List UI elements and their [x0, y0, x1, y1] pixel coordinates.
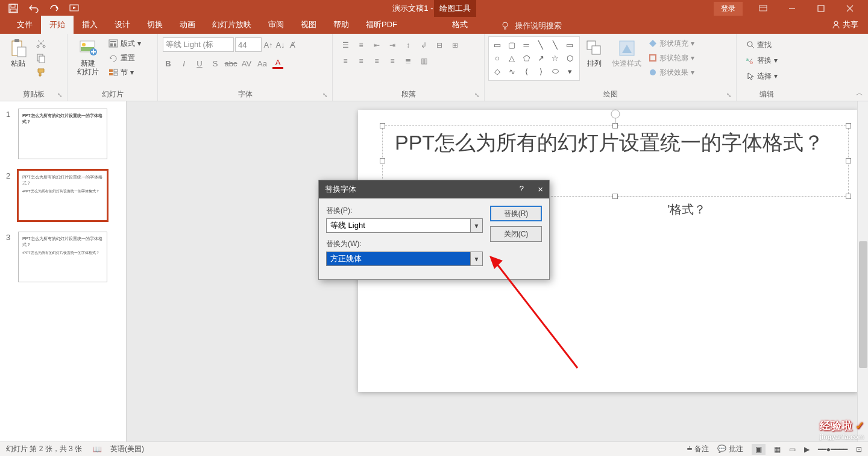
- replace-button[interactable]: ab替换 ▾: [745, 54, 779, 66]
- italic-button[interactable]: I: [178, 58, 189, 69]
- align-text-button[interactable]: ⊟: [433, 39, 446, 52]
- paste-button[interactable]: 粘贴: [4, 36, 33, 70]
- select-button[interactable]: 选择 ▾: [745, 70, 779, 82]
- maximize-icon[interactable]: [807, 0, 835, 17]
- thumb-2[interactable]: 2 PPT怎么为所有的幻灯片设置统一的字体格式？•PPT怎么为所有的幻灯片设置统…: [6, 170, 120, 221]
- rotate-handle-icon[interactable]: [611, 109, 620, 124]
- normal-view-icon[interactable]: ▣: [752, 444, 766, 455]
- close-button[interactable]: 关闭(C): [490, 226, 542, 242]
- tab-file[interactable]: 文件: [8, 16, 41, 34]
- svg-rect-2: [10, 9, 16, 12]
- dialog-titlebar[interactable]: 替换字体 ? ×: [319, 180, 549, 198]
- shadow-button[interactable]: S: [210, 58, 221, 69]
- justify-button[interactable]: ≡: [386, 54, 399, 68]
- increase-indent-button[interactable]: ⇥: [386, 39, 399, 52]
- reading-view-icon[interactable]: ▭: [789, 445, 796, 454]
- convert-smartart-button[interactable]: ⊞: [448, 39, 462, 52]
- clipboard-dialog-launcher[interactable]: ⤡: [57, 92, 62, 98]
- thumb-3[interactable]: 3 PPT怎么为所有的幻灯片设置统一的字体格式？•PPT怎么为所有的幻灯片设置统…: [6, 232, 120, 282]
- shrink-font-icon[interactable]: A↓: [275, 39, 286, 50]
- layout-button[interactable]: 版式 ▾: [107, 37, 142, 49]
- decrease-indent-button[interactable]: ⇤: [370, 39, 383, 52]
- align-left-button[interactable]: ≡: [339, 54, 352, 68]
- notes-button[interactable]: ≐ 备注: [687, 444, 709, 454]
- quick-styles-button[interactable]: 快速样式: [609, 36, 645, 70]
- font-size-combo[interactable]: 44: [235, 37, 262, 52]
- minimize-icon[interactable]: [778, 0, 807, 17]
- clear-format-icon[interactable]: A̸: [287, 39, 298, 50]
- font-name-combo[interactable]: 等线 Light (标: [163, 37, 234, 52]
- font-dialog-launcher[interactable]: ⤡: [322, 92, 327, 98]
- vertical-scrollbar[interactable]: [857, 101, 868, 442]
- close-icon[interactable]: [835, 0, 864, 17]
- copy-button[interactable]: [35, 52, 47, 64]
- undo-icon[interactable]: [27, 1, 41, 16]
- align-center-button[interactable]: ≡: [354, 54, 368, 68]
- section-button[interactable]: 节 ▾: [107, 66, 142, 78]
- login-button[interactable]: 登录: [714, 2, 743, 16]
- tab-home[interactable]: 开始: [41, 16, 74, 34]
- tell-me-search[interactable]: 操作说明搜索: [500, 21, 562, 31]
- align-right-button[interactable]: ≡: [370, 54, 383, 68]
- replace-button[interactable]: 替换(R): [490, 206, 542, 221]
- find-button[interactable]: 查找: [745, 39, 779, 51]
- change-case-button[interactable]: Aa: [257, 58, 268, 69]
- cut-button[interactable]: [35, 37, 47, 49]
- zoom-slider[interactable]: ━━●━━━━: [818, 445, 848, 454]
- para-dialog-launcher[interactable]: ⤡: [474, 92, 479, 98]
- line-spacing-button[interactable]: ↕: [401, 39, 415, 52]
- ribbon-options-icon[interactable]: [749, 0, 778, 17]
- dialog-help-icon[interactable]: ?: [520, 184, 524, 193]
- reset-button[interactable]: 重置: [107, 52, 142, 64]
- arrange-button[interactable]: 排列: [580, 36, 609, 70]
- grow-font-icon[interactable]: A↑: [263, 39, 274, 50]
- language-status[interactable]: 英语(美国): [110, 444, 144, 454]
- tab-format[interactable]: 格式: [444, 16, 476, 34]
- bullets-button[interactable]: ☰: [339, 39, 352, 52]
- tab-animations[interactable]: 动画: [171, 16, 204, 34]
- comments-button[interactable]: 💬 批注: [717, 444, 743, 454]
- spellcheck-icon[interactable]: 📖: [93, 445, 102, 454]
- format-painter-button[interactable]: [35, 66, 47, 78]
- redo-icon[interactable]: [47, 1, 61, 16]
- shapes-gallery[interactable]: ▭▢═╲╲▭ ○△⬠↗☆⬡ ◇∿⟨⟩⬭▾: [488, 36, 580, 81]
- slideshow-view-icon[interactable]: ▶: [804, 445, 810, 454]
- new-slide-button[interactable]: 新建 幻灯片: [71, 36, 105, 78]
- shape-fill-button[interactable]: 形状填充 ▾: [647, 37, 696, 49]
- tab-transitions[interactable]: 切换: [139, 16, 171, 34]
- tab-view[interactable]: 视图: [292, 16, 325, 34]
- chevron-down-icon[interactable]: ▼: [470, 219, 482, 232]
- numbering-button[interactable]: ≡: [354, 39, 368, 52]
- fit-window-icon[interactable]: ⊡: [856, 445, 862, 454]
- underline-button[interactable]: U: [194, 58, 205, 69]
- distribute-button[interactable]: ≣: [401, 54, 415, 68]
- tab-design[interactable]: 设计: [106, 16, 139, 34]
- save-icon[interactable]: [6, 1, 20, 16]
- shape-outline-button[interactable]: 形状轮廓 ▾: [647, 52, 696, 64]
- collapse-ribbon-icon[interactable]: ︿: [856, 88, 863, 98]
- draw-dialog-launcher[interactable]: ⤡: [726, 92, 731, 98]
- share-button[interactable]: 共享: [832, 19, 858, 30]
- dialog-close-icon[interactable]: ×: [538, 184, 543, 194]
- slideshow-icon[interactable]: [68, 1, 82, 16]
- chevron-down-icon[interactable]: ▼: [470, 252, 482, 265]
- replace-font-combo[interactable]: ▼: [326, 218, 483, 233]
- bold-button[interactable]: B: [163, 58, 174, 69]
- tab-review[interactable]: 审阅: [260, 16, 292, 34]
- svg-rect-1: [11, 4, 15, 7]
- tab-foxit[interactable]: 福昕PDF: [357, 16, 406, 34]
- columns-button[interactable]: ▥: [417, 54, 430, 68]
- thumb-1[interactable]: 1 PPT怎么为所有的幻灯片设置统一的字体格式？: [6, 109, 120, 159]
- tab-slideshow[interactable]: 幻灯片放映: [204, 16, 260, 34]
- text-direction-button[interactable]: ↲: [417, 39, 430, 52]
- font-color-button[interactable]: A: [272, 58, 283, 69]
- tab-insert[interactable]: 插入: [74, 16, 106, 34]
- sorter-view-icon[interactable]: ▦: [774, 445, 781, 454]
- char-spacing-button[interactable]: AV: [241, 58, 252, 69]
- title-text[interactable]: PPT怎么为所有的幻灯片设置统一的字体格式？: [383, 126, 848, 159]
- tab-help[interactable]: 帮助: [325, 16, 357, 34]
- with-font-combo[interactable]: ▼: [326, 252, 483, 266]
- group-clipboard: 粘贴 剪贴板⤡: [0, 34, 68, 101]
- shape-effects-button[interactable]: 形状效果 ▾: [647, 66, 696, 78]
- strike-button[interactable]: abc: [225, 58, 236, 69]
